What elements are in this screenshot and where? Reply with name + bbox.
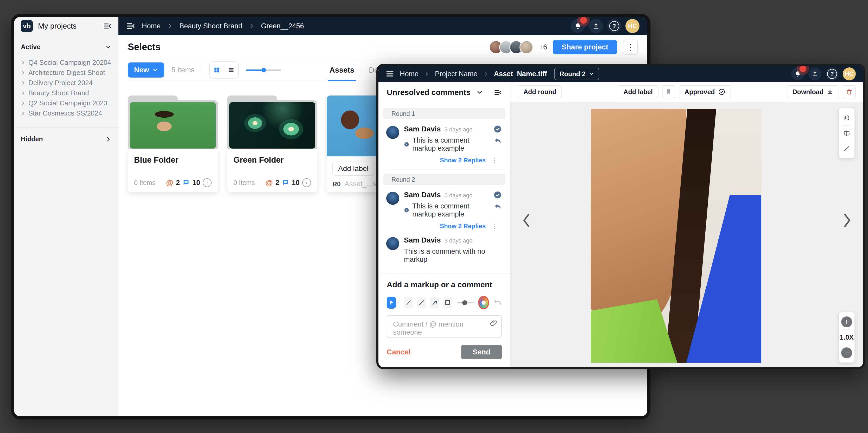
upload-icon[interactable] (589, 19, 603, 33)
grid-view-button[interactable] (210, 62, 224, 78)
folder-title: Blue Folder (134, 155, 212, 165)
sidebar-item-project[interactable]: Star Cosmetics SS/2024 (21, 108, 112, 118)
resolve-check-icon[interactable] (493, 125, 502, 133)
breadcrumb-asset: Asset_Name.tiff (494, 70, 547, 78)
header-actions: +6 Share project ⋮ (489, 39, 638, 55)
approved-button[interactable]: Approved (679, 85, 731, 98)
select-tool-button[interactable] (387, 297, 396, 309)
add-label-button[interactable]: Add label (332, 162, 374, 176)
collaborator-avatars[interactable] (489, 40, 533, 54)
send-button[interactable]: Send (461, 345, 502, 359)
flip-compare-button[interactable] (839, 110, 855, 125)
panel-collapse-icon[interactable] (494, 89, 502, 96)
comment-item[interactable]: Sam Davis 3 days ago This is a comment m… (383, 189, 505, 234)
sidebar-section-hidden[interactable]: Hidden (21, 135, 112, 143)
topbar-actions: ? HC (791, 67, 856, 81)
hide-markup-icon (843, 145, 850, 152)
list-view-button[interactable] (224, 62, 238, 78)
zoom-out-button[interactable]: − (841, 347, 852, 358)
active-section-label: Active (21, 43, 40, 51)
chevron-right-icon (249, 24, 254, 29)
download-button[interactable]: Download (787, 85, 839, 98)
project-label: Architecture Digest Shoot (28, 69, 105, 77)
show-replies-link[interactable]: Show 2 Replies (440, 222, 486, 230)
color-picker-wheel[interactable] (478, 296, 489, 309)
comment-input[interactable] (387, 316, 501, 338)
more-options-button[interactable]: ⋮ (623, 39, 638, 55)
comment-menu-icon[interactable]: ⋮ (491, 223, 498, 229)
hamburger-menu-icon[interactable] (386, 70, 394, 78)
sidebar-collapse-icon[interactable] (103, 22, 112, 30)
show-replies-link[interactable]: Show 2 Replies (440, 157, 486, 164)
topbar-actions: ? HC (571, 19, 640, 33)
slider-thumb[interactable] (462, 300, 467, 305)
next-asset-arrow[interactable] (843, 213, 851, 228)
brush-tool-button[interactable] (404, 297, 413, 309)
zoom-controls: + 1.0X − (839, 312, 855, 363)
stroke-width-slider[interactable] (457, 300, 474, 305)
tab-assets[interactable]: Assets (330, 59, 354, 81)
chevron-right-icon (21, 81, 25, 85)
view-toggle (209, 61, 239, 79)
reply-icon[interactable] (494, 202, 502, 210)
attachment-paperclip-icon[interactable] (490, 319, 498, 327)
upload-icon[interactable] (808, 67, 822, 81)
menu-collapse-icon[interactable] (126, 22, 135, 30)
notifications-bell-icon[interactable] (791, 67, 804, 81)
breadcrumb-project[interactable]: Beauty Shoot Brand (179, 22, 242, 30)
bookmark-button[interactable] (662, 85, 675, 98)
vb-logo[interactable]: vb (21, 20, 33, 32)
notifications-bell-icon[interactable] (571, 19, 585, 33)
projects-topbar: Home Beauty Shoot Brand Green__2456 ? (118, 17, 647, 35)
help-icon[interactable]: ? (607, 19, 621, 33)
sidebar-item-project[interactable]: Delivery Project 2024 (21, 78, 112, 88)
markup-badge-icon (404, 141, 409, 148)
new-button[interactable]: New (128, 62, 164, 78)
comment-item[interactable]: Sam Davis 3 days ago This is a comment w… (383, 234, 505, 268)
user-avatar[interactable]: HC (625, 19, 640, 33)
more-collaborators-count[interactable]: +6 (539, 43, 547, 51)
slider-thumb[interactable] (261, 68, 266, 72)
help-icon[interactable]: ? (826, 67, 839, 81)
asset-image[interactable] (591, 109, 761, 363)
toggle-markups-button[interactable] (839, 141, 855, 156)
round-selector[interactable]: Round 2 (554, 68, 599, 80)
project-label: Delivery Project 2024 (28, 79, 93, 87)
zoom-in-button[interactable]: + (841, 316, 852, 327)
sidebar-item-project[interactable]: Architecture Digest Shoot (21, 68, 112, 78)
composer-actions: Cancel Send (387, 345, 502, 359)
reply-icon[interactable] (494, 136, 502, 144)
sidebar-item-project[interactable]: Q4 Social Campaign 20204 (21, 58, 112, 68)
folder-card-green[interactable]: Green Folder 0 Items @ 2 10 i (227, 95, 317, 192)
delete-button[interactable] (843, 85, 856, 98)
breadcrumb-project[interactable]: Project Name (435, 70, 477, 78)
share-project-button[interactable]: Share project (553, 40, 617, 54)
breadcrumb-home[interactable]: Home (400, 70, 418, 78)
arrow-tool-button[interactable] (430, 297, 439, 309)
sidebar-item-project[interactable]: Q2 Social Campaign 2023 (21, 98, 112, 108)
thumbnail-size-slider[interactable] (246, 68, 281, 72)
chevron-right-icon (21, 70, 25, 75)
cursor-icon (388, 299, 395, 306)
page-header: Selects +6 Share project ⋮ (128, 35, 638, 59)
resolve-check-icon[interactable] (493, 191, 502, 199)
undo-icon[interactable] (493, 299, 502, 307)
add-round-button[interactable]: Add round (518, 85, 562, 98)
folder-card-blue[interactable]: Blue Folder 0 Items @ 2 10 i (128, 95, 218, 192)
comment-item[interactable]: Sam Davis 3 days ago This is a comment m… (383, 123, 505, 168)
line-tool-button[interactable] (417, 297, 426, 309)
user-avatar[interactable]: HC (843, 67, 856, 81)
round-divider: Round 2 (383, 174, 505, 185)
add-label-button[interactable]: Add label (618, 85, 658, 98)
rectangle-tool-button[interactable] (443, 297, 452, 309)
cancel-button[interactable]: Cancel (387, 348, 411, 356)
split-view-button[interactable] (839, 126, 855, 141)
sidebar-section-active[interactable]: Active (21, 43, 112, 51)
comment-menu-icon[interactable]: ⋮ (491, 157, 498, 164)
chevron-down-icon[interactable] (476, 89, 483, 96)
sidebar-item-project[interactable]: Beauty Shoot Brand (21, 88, 112, 98)
breadcrumb-home[interactable]: Home (142, 22, 161, 30)
previous-asset-arrow[interactable] (522, 213, 531, 228)
info-icon[interactable]: i (302, 178, 311, 187)
info-icon[interactable]: i (203, 178, 212, 187)
